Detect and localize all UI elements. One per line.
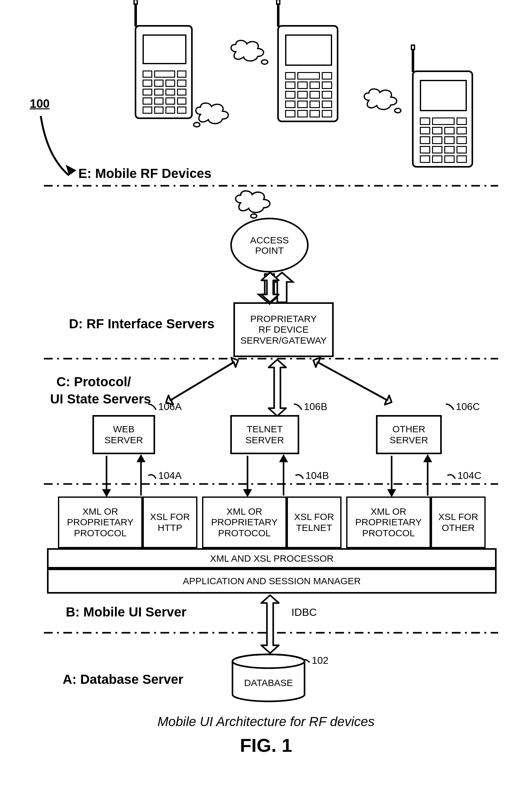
- layer-c-label-line2: UI State Servers: [50, 391, 151, 407]
- rf-gateway-label: PROPRIETARYRF DEVICESERVER/GATEWAY: [240, 313, 327, 346]
- xsl-block-c: XSL FOROTHER: [431, 497, 486, 548]
- access-point-label: ACCESSPOINT: [250, 235, 288, 256]
- telnet-server-box: TELNETSERVER: [230, 415, 299, 454]
- xsl-block-b: XSL FORTELNET: [287, 497, 341, 548]
- app-manager-box: APPLICATION AND SESSION MANAGER: [47, 568, 497, 593]
- telnet-server-ref: 106B: [304, 401, 327, 412]
- cloud-icon: [226, 37, 271, 67]
- web-server-ref: 106A: [158, 401, 182, 412]
- figure-reference: 100: [30, 97, 50, 110]
- xml-processor-label: XML AND XSL PROCESSOR: [210, 553, 334, 564]
- other-server-box: OTHERSERVER: [376, 415, 442, 454]
- cloud-icon: [230, 188, 277, 219]
- other-server-ref: 106C: [456, 401, 480, 412]
- mobile-phone-icon: [135, 25, 193, 119]
- layer-c-label-line1: C: Protocol/: [56, 374, 131, 389]
- database-cylinder: DATABASE: [230, 653, 307, 703]
- proto-block-a: XML ORPROPRIETARYPROTOCOL: [58, 497, 143, 548]
- svg-point-0: [194, 123, 200, 127]
- app-manager-label: APPLICATION AND SESSION MANAGER: [183, 576, 361, 586]
- block-c-ref: 104C: [457, 470, 482, 481]
- mobile-phone-icon: [412, 71, 473, 168]
- figure-caption: Mobile UI Architecture for RF devices: [0, 714, 532, 729]
- proto-block-c-label: XML ORPROPRIETARYPROTOCOL: [355, 506, 422, 539]
- other-server-label: OTHERSERVER: [390, 424, 428, 446]
- rf-gateway-box: PROPRIETARYRF DEVICESERVER/GATEWAY: [233, 302, 334, 357]
- proto-block-a-label: XML ORPROPRIETARYPROTOCOL: [67, 506, 133, 539]
- cloud-icon: [359, 86, 404, 116]
- web-server-box: WEBSERVER: [93, 415, 155, 454]
- layer-e-label: E: Mobile RF Devices: [78, 166, 211, 181]
- layer-d-label: D: RF Interface Servers: [69, 316, 214, 331]
- xsl-block-a: XSL FORHTTP: [143, 497, 197, 548]
- cloud-icon: [191, 100, 235, 130]
- layer-b-label: B: Mobile UI Server: [66, 605, 186, 619]
- mobile-phone-icon: [277, 25, 338, 122]
- svg-text:DATABASE: DATABASE: [244, 678, 293, 688]
- telnet-server-label: TELNETSERVER: [246, 424, 284, 446]
- web-server-label: WEBSERVER: [105, 424, 143, 446]
- access-point-node: ACCESSPOINT: [230, 218, 309, 273]
- block-a-ref: 104A: [158, 470, 182, 481]
- svg-point-1: [262, 60, 268, 64]
- xsl-block-b-label: XSL FORTELNET: [294, 511, 334, 533]
- idbc-label: IDBC: [292, 606, 317, 618]
- figure-label: FIG. 1: [0, 735, 532, 756]
- layer-a-label: A: Database Server: [63, 672, 183, 687]
- block-b-ref: 104B: [305, 470, 329, 481]
- xml-processor-box: XML AND XSL PROCESSOR: [47, 548, 497, 568]
- xsl-block-a-label: XSL FORHTTP: [150, 511, 190, 533]
- diagram-canvas: 100 E: Mobile RF Devices: [0, 0, 532, 785]
- proto-block-b: XML ORPROPRIETARYPROTOCOL: [202, 497, 287, 548]
- svg-point-3: [251, 214, 257, 218]
- proto-block-b-label: XML ORPROPRIETARYPROTOCOL: [211, 506, 278, 539]
- svg-point-2: [395, 108, 401, 113]
- xsl-block-c-label: XSL FOROTHER: [438, 511, 478, 533]
- database-ref: 102: [312, 655, 328, 666]
- proto-block-c: XML ORPROPRIETARYPROTOCOL: [346, 497, 431, 548]
